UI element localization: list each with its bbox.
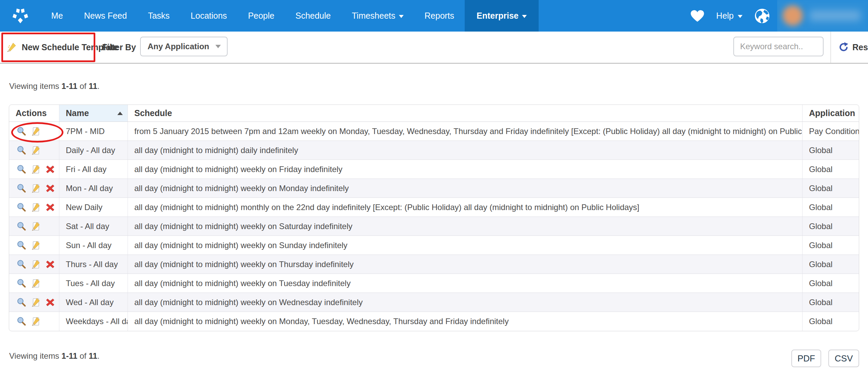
nav-item-tasks[interactable]: Tasks <box>137 0 180 32</box>
schedule-text: all day (midnight to midnight) weekly on… <box>128 179 803 198</box>
application-text: Global <box>803 255 859 274</box>
nav-item-enterprise[interactable]: Enterprise <box>465 0 539 32</box>
delete-button[interactable] <box>45 184 55 193</box>
nav-item-people[interactable]: People <box>237 0 285 32</box>
reset-button[interactable]: Reset <box>838 42 868 52</box>
export-pdf-button[interactable]: PDF <box>791 350 821 367</box>
edit-button[interactable] <box>31 221 41 231</box>
magnifier-icon <box>16 316 26 326</box>
filter-application-value: Any Application <box>148 42 209 51</box>
reset-refresh-icon <box>838 42 849 52</box>
nav-item-label: People <box>248 11 274 21</box>
nav-item-schedule[interactable]: Schedule <box>285 0 341 32</box>
application-text: Global <box>803 160 859 179</box>
user-name-redacted <box>810 10 861 21</box>
nav-item-timesheets[interactable]: Timesheets <box>341 0 414 32</box>
edit-button[interactable] <box>31 202 41 212</box>
nav-item-reports[interactable]: Reports <box>414 0 465 32</box>
edit-button[interactable] <box>31 183 41 193</box>
nav-item-label: Enterprise <box>477 11 519 21</box>
delete-button[interactable] <box>45 260 55 269</box>
row-actions <box>9 293 59 312</box>
magnifier-icon <box>16 126 26 136</box>
delete-x-icon <box>45 184 55 193</box>
language-globe-button[interactable] <box>747 0 777 32</box>
schedule-text: all day (midnight to midnight) weekly on… <box>128 293 803 312</box>
new-pencil-icon <box>6 42 17 53</box>
delete-button[interactable] <box>45 298 55 307</box>
edit-button[interactable] <box>31 297 41 307</box>
edit-button[interactable] <box>31 240 41 250</box>
nav-item-label: Reports <box>425 11 455 21</box>
view-button[interactable] <box>16 183 26 193</box>
user-account-menu[interactable] <box>777 0 868 32</box>
export-csv-button[interactable]: CSV <box>828 350 859 367</box>
row-actions <box>9 141 59 160</box>
column-header-schedule[interactable]: Schedule <box>128 105 803 121</box>
row-actions <box>9 160 59 179</box>
table-row: Fri - All dayall day (midnight to midnig… <box>9 160 859 179</box>
nav-item-me[interactable]: Me <box>41 0 74 32</box>
nav-item-label: Tasks <box>148 11 170 21</box>
view-button[interactable] <box>16 278 26 288</box>
magnifier-icon <box>16 221 26 231</box>
section-divider <box>0 63 868 64</box>
edit-button[interactable] <box>31 145 41 155</box>
view-button[interactable] <box>16 259 26 269</box>
edit-pencil-icon <box>31 297 41 307</box>
edit-pencil-icon <box>31 278 41 288</box>
template-name: 7PM - MID <box>59 122 128 141</box>
schedule-text: all day (midnight to midnight) weekly on… <box>128 160 803 179</box>
edit-button[interactable] <box>31 259 41 269</box>
deputy-logo-icon <box>12 7 29 25</box>
heart-icon <box>690 9 705 23</box>
nav-item-label: Schedule <box>295 11 331 21</box>
view-button[interactable] <box>16 221 26 231</box>
template-name: Thurs - All day <box>59 255 128 274</box>
schedule-text: all day (midnight to midnight) weekly on… <box>128 236 803 255</box>
table-row: Sat - All dayall day (midnight to midnig… <box>9 217 859 236</box>
magnifier-icon <box>16 183 26 193</box>
edit-button[interactable] <box>31 278 41 288</box>
view-button[interactable] <box>16 145 26 155</box>
edit-button[interactable] <box>31 126 41 136</box>
row-actions <box>9 179 59 198</box>
view-button[interactable] <box>16 297 26 307</box>
column-header-actions[interactable]: Actions <box>9 105 59 121</box>
column-header-name[interactable]: Name <box>59 105 128 121</box>
delete-x-icon <box>45 298 55 307</box>
view-button[interactable] <box>16 126 26 136</box>
nav-item-label: Locations <box>191 11 227 21</box>
edit-button[interactable] <box>31 316 41 326</box>
table-row: Mon - All dayall day (midnight to midnig… <box>9 179 859 198</box>
nav-item-news-feed[interactable]: News Feed <box>74 0 137 32</box>
edit-pencil-icon <box>31 183 41 193</box>
schedule-text: all day (midnight to midnight) monthly o… <box>128 198 803 217</box>
view-button[interactable] <box>16 164 26 174</box>
row-actions <box>9 122 59 141</box>
favorites-heart-button[interactable] <box>683 0 712 32</box>
help-menu[interactable]: Help <box>712 0 747 32</box>
new-schedule-template-button[interactable]: New Schedule Template <box>6 42 118 53</box>
column-header-application[interactable]: Application <box>803 105 859 121</box>
delete-button[interactable] <box>45 203 55 212</box>
chevron-down-icon <box>738 15 742 18</box>
magnifier-icon <box>16 240 26 250</box>
schedule-text: all day (midnight to midnight) daily ind… <box>128 141 803 160</box>
view-button[interactable] <box>16 316 26 326</box>
deputy-logo[interactable] <box>0 0 41 32</box>
keyword-search-input[interactable] <box>733 37 824 56</box>
edit-pencil-icon <box>31 145 41 155</box>
table-row: 7PM - MIDfrom 5 January 2015 between 7pm… <box>9 122 859 141</box>
edit-button[interactable] <box>31 164 41 174</box>
delete-x-icon <box>45 165 55 174</box>
filter-application-select[interactable]: Any Application <box>140 37 228 56</box>
view-button[interactable] <box>16 202 26 212</box>
nav-item-locations[interactable]: Locations <box>180 0 237 32</box>
delete-button[interactable] <box>45 165 55 174</box>
view-button[interactable] <box>16 240 26 250</box>
application-text: Global <box>803 179 859 198</box>
magnifier-icon <box>16 259 26 269</box>
row-actions <box>9 217 59 236</box>
application-text: Global <box>803 198 859 217</box>
